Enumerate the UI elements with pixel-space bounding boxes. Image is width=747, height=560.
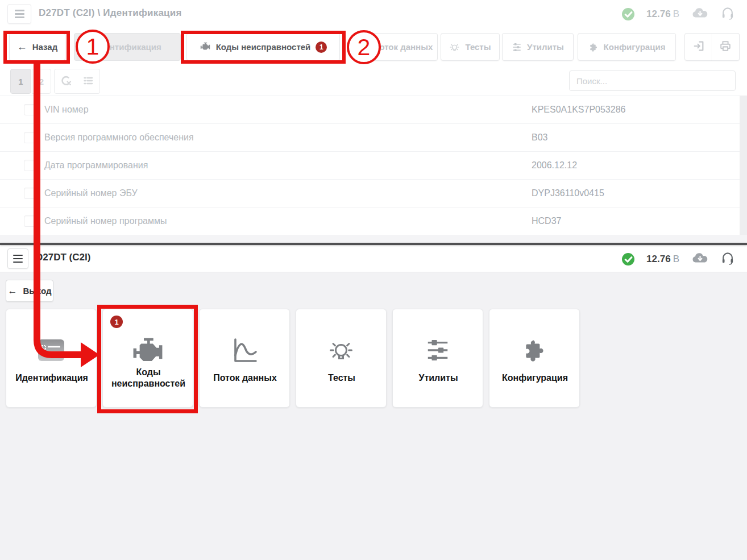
app-header: D27DT (C2I) \ Идентификация 12.76В: [0, 0, 747, 28]
puzzle-icon: [489, 335, 579, 365]
list-view-button[interactable]: [77, 69, 100, 94]
fault-count-badge: 1: [316, 42, 327, 53]
clear-icon: [59, 74, 73, 89]
back-button[interactable]: ← Назад: [9, 33, 65, 61]
print-icon: [719, 40, 732, 55]
identification-table: VIN номер KPES0A1KS7P053286 Версия прогр…: [0, 96, 747, 235]
row-checkbox[interactable]: [24, 188, 35, 199]
cloud-download-icon[interactable]: [691, 7, 709, 21]
export-report-button[interactable]: [684, 33, 712, 61]
screenshot-divider: [0, 243, 747, 245]
headset-icon[interactable]: [721, 251, 734, 267]
list-icon: [81, 74, 95, 89]
row-checkbox[interactable]: [24, 132, 35, 143]
table-row[interactable]: Версия программного обеспечения B03: [0, 124, 747, 152]
menu-button[interactable]: [7, 248, 28, 269]
search-input[interactable]: [569, 70, 736, 91]
engine-icon: [200, 42, 211, 52]
export-icon: [692, 40, 705, 55]
tab-identification[interactable]: Идентификация: [74, 33, 181, 61]
header-status-area: 12.76В: [622, 0, 734, 28]
table-cutoff: [0, 235, 747, 243]
sliders-icon: [512, 42, 522, 52]
battery-voltage: 12.76В: [646, 254, 679, 265]
headset-icon[interactable]: [721, 6, 734, 22]
menu-button[interactable]: [7, 4, 31, 24]
table-row[interactable]: Серийный номер ЭБУ DYPJ36110v0415: [0, 180, 747, 208]
connection-ok-icon: [622, 8, 634, 20]
puzzle-icon: [588, 42, 599, 52]
id-card-icon: [6, 335, 96, 365]
clear-codes-button[interactable]: [54, 69, 77, 94]
tab-utilities[interactable]: Утилиты: [502, 33, 574, 61]
table-row[interactable]: Дата программирования 2006.12.12: [0, 152, 747, 180]
engine-icon: [103, 335, 193, 365]
back-arrow-icon: ←: [17, 41, 27, 53]
data-stream-icon: [200, 335, 289, 365]
tile-configuration[interactable]: Конфигурация: [489, 309, 580, 408]
row-checkbox[interactable]: [24, 160, 35, 171]
tile-identification[interactable]: Идентификация: [6, 309, 97, 408]
lamp-icon: [296, 335, 386, 365]
tile-tests[interactable]: Тесты: [296, 309, 387, 408]
scrollbar[interactable]: [740, 96, 747, 235]
connection-ok-icon: [622, 253, 634, 266]
page-title: D27DT (C2I): [36, 252, 90, 263]
page-2-button[interactable]: 2: [32, 69, 51, 94]
tab-configuration[interactable]: Конфигурация: [578, 33, 676, 61]
tutorial-page: D27DT (C2I) \ Идентификация 12.76В ← Наз…: [0, 0, 747, 560]
row-checkbox[interactable]: [24, 104, 35, 115]
back-arrow-icon: ←: [7, 285, 17, 297]
header-status-area: 12.76В: [622, 245, 734, 273]
table-row[interactable]: VIN номер KPES0A1KS7P053286: [0, 96, 747, 124]
hamburger-icon: [13, 255, 23, 263]
tile-data-stream[interactable]: Поток данных: [199, 309, 290, 408]
screenshot-identification-page: D27DT (C2I) \ Идентификация 12.76В ← Наз…: [0, 0, 747, 243]
app-header: D27DT (C2I) 12.76В: [0, 245, 747, 272]
row-checkbox[interactable]: [24, 215, 35, 227]
table-row[interactable]: Серийный номер программы HCD37: [0, 208, 747, 235]
tile-fault-codes[interactable]: 1 Коды неисправностей: [102, 309, 193, 408]
page-1-button[interactable]: 1: [10, 69, 31, 94]
breadcrumb: D27DT (C2I) \ Идентификация: [39, 7, 182, 19]
lamp-icon: [449, 43, 460, 52]
sliders-icon: [393, 335, 483, 365]
tab-data-stream[interactable]: Поток данных: [368, 33, 438, 61]
print-button[interactable]: [712, 33, 740, 61]
hamburger-icon: [15, 10, 24, 18]
tile-utilities[interactable]: Утилиты: [392, 309, 483, 408]
fault-count-badge: 1: [110, 316, 123, 328]
battery-voltage: 12.76В: [646, 9, 679, 20]
exit-button[interactable]: ← Выход: [6, 280, 53, 302]
tab-fault-codes[interactable]: Коды неисправностей 1: [186, 33, 340, 61]
tab-tests[interactable]: Тесты: [441, 33, 500, 61]
cloud-download-icon[interactable]: [691, 252, 709, 266]
screenshot-main-menu-page: D27DT (C2I) 12.76В ← Выход: [0, 245, 747, 560]
